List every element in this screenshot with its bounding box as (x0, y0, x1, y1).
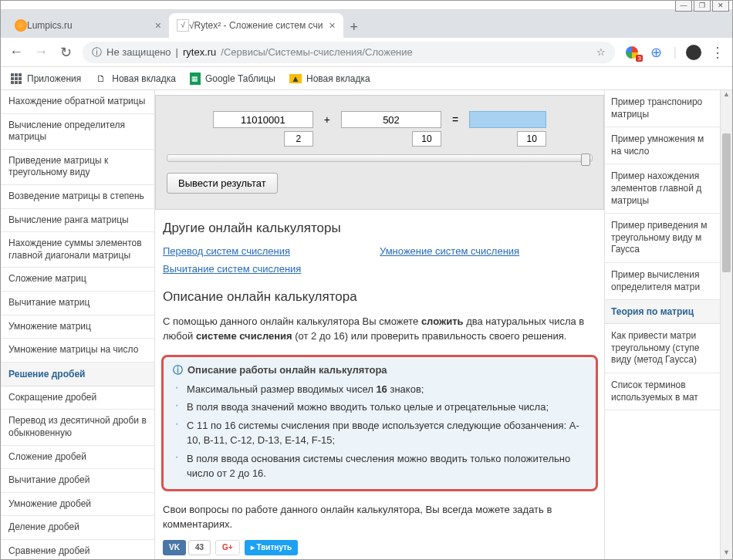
window-maximize[interactable]: ❐ (694, 0, 711, 12)
sidebar-item[interactable]: Сложение матриц (1, 268, 154, 292)
vk-count: 43 (188, 540, 211, 555)
operand2-input[interactable] (341, 111, 441, 128)
sidebar-item[interactable]: Нахождение обратной матрицы (1, 90, 154, 114)
bookmark-star-icon[interactable]: ☆ (596, 46, 606, 58)
sidebar-heading: Теория по матриц (605, 300, 720, 324)
info-icon: ⓘ (92, 46, 102, 59)
image-icon: ▲ (289, 74, 302, 83)
sidebar-item[interactable]: Список терминов используемых в мат (605, 373, 720, 410)
bookmark-item[interactable]: 🗋 Новая вкладка (95, 73, 176, 85)
toolbar: ← → ↻ ⓘ Не защищено | rytex.ru/Сервисы/С… (1, 38, 732, 67)
callout-box: Описание работы онлайн калькулятора Макс… (161, 355, 598, 491)
sidebar-heading: Решение дробей (1, 363, 154, 386)
apps-button[interactable]: Приложения (10, 73, 81, 85)
left-sidebar: Нахождение обратной матрицы Вычисление о… (1, 90, 155, 560)
bookmark-label: Приложения (27, 73, 81, 84)
bookmarks-bar: Приложения 🗋 Новая вкладка ▦ Google Табл… (1, 67, 732, 90)
operator-label: + (321, 113, 333, 126)
main-content: + = Вывести результат Другие онлайн каль… (155, 90, 604, 560)
scroll-down-icon[interactable]: ▼ (721, 548, 732, 560)
callout-title: Описание работы онлайн калькулятора (173, 363, 586, 380)
base1-input[interactable] (284, 131, 313, 147)
sidebar-item[interactable]: Сложение дробей (1, 446, 154, 470)
address-bar[interactable]: ⓘ Не защищено | rytex.ru/Сервисы/Системы… (83, 42, 615, 63)
forward-button[interactable]: → (33, 44, 49, 60)
close-icon[interactable]: × (149, 19, 161, 32)
bookmark-label: Новая вкладка (112, 73, 176, 84)
scroll-up-icon[interactable]: ▲ (721, 90, 732, 103)
questions-text: Свои вопросы по работе данного онлайн ка… (155, 499, 604, 535)
precision-slider[interactable] (167, 154, 593, 162)
calculator-panel: + = Вывести результат (155, 95, 604, 210)
extension-icon[interactable] (624, 45, 640, 60)
description-text: С помощью данного онлайн калькулятора Вы… (155, 311, 604, 347)
sidebar-item[interactable]: Умножение матрицы на число (1, 339, 154, 363)
sidebar-item[interactable]: Пример приведения м треугольному виду м … (605, 214, 720, 263)
sidebar-item[interactable]: Нахождение суммы элементов главной диаго… (1, 232, 154, 268)
right-sidebar: Пример транспониро матрицы Пример умноже… (604, 90, 720, 560)
callout-item: В поля ввода значений можно вводить толь… (187, 398, 586, 417)
operand1-input[interactable] (213, 111, 313, 128)
close-icon[interactable]: × (323, 19, 335, 32)
base2-input[interactable] (412, 131, 441, 147)
reload-button[interactable]: ↻ (58, 44, 73, 61)
globe-icon[interactable]: ⊕ (649, 45, 664, 60)
link-multiply[interactable]: Умножение систем счисления (380, 245, 519, 257)
sidebar-item[interactable]: Вычитание дробей (1, 469, 154, 493)
scroll-thumb[interactable] (722, 133, 731, 272)
callout-item: Максимальный размер вводимых чисел 16 зн… (187, 380, 586, 399)
sidebar-item[interactable]: Перевод из десятичной дроби в обыкновенн… (1, 410, 154, 445)
sidebar-item[interactable]: Пример умножения м на число (605, 127, 720, 164)
window-close[interactable]: ✕ (712, 0, 729, 12)
sidebar-item[interactable]: Пример вычисления определителя матри (605, 263, 720, 300)
vertical-scrollbar[interactable]: ▲ ▼ (720, 90, 732, 560)
new-tab-button[interactable]: + (343, 16, 365, 38)
favicon-icon (15, 19, 27, 32)
sidebar-item[interactable]: Сокращение дробей (1, 386, 154, 410)
sheets-icon: ▦ (190, 73, 201, 85)
window-minimize[interactable]: — (675, 0, 692, 12)
calculate-button[interactable]: Вывести результат (167, 173, 278, 194)
tab-rytex[interactable]: √ √Rytex² - Сложение систем счи × (169, 13, 343, 38)
callout-item: С 11 по 16 системы счисления при вводе и… (187, 417, 586, 450)
bookmark-item[interactable]: ▲ Новая вкладка (289, 73, 370, 84)
separator: | (176, 46, 178, 58)
section-heading-desc: Описание онлайн калькулятора (163, 289, 596, 305)
sidebar-item[interactable]: Сравнение дробей (1, 540, 154, 560)
menu-button[interactable]: ⋮ (711, 44, 725, 61)
url-domain: rytex.ru (183, 46, 216, 58)
link-subtract[interactable]: Вычитание систем счисления (163, 263, 301, 275)
bookmark-item[interactable]: ▦ Google Таблицы (190, 73, 275, 85)
sidebar-item[interactable]: Возведение матрицы в степень (1, 185, 154, 209)
sidebar-item[interactable]: Умножение дробей (1, 493, 154, 517)
favicon-icon: √ (177, 19, 189, 32)
tab-title: √Rytex² - Сложение систем счи (189, 20, 323, 31)
back-button[interactable]: ← (8, 44, 24, 60)
gplus-share-button[interactable]: G+ (215, 540, 240, 555)
sidebar-item[interactable]: Вычисление ранга матрицы (1, 209, 154, 233)
social-buttons: VK 43 G+ ▸ Твитнуть (155, 535, 604, 560)
tab-title: Lumpics.ru (27, 20, 73, 31)
profile-avatar[interactable] (686, 45, 701, 60)
callout-item: В поля ввода основания системы счесления… (187, 450, 586, 483)
tab-lumpics[interactable]: Lumpics.ru × (7, 13, 169, 38)
sidebar-item[interactable]: Как привести матри треугольному (ступе в… (605, 324, 720, 373)
base-out-input[interactable] (517, 131, 546, 147)
result-field (469, 111, 546, 128)
sidebar-item[interactable]: Пример нахождения элементов главной д ма… (605, 164, 720, 214)
twitter-share-button[interactable]: ▸ Твитнуть (245, 540, 298, 555)
doc-icon: 🗋 (95, 73, 107, 85)
sidebar-item[interactable]: Вычитание матриц (1, 292, 154, 315)
equals-label: = (449, 113, 461, 126)
sidebar-item[interactable]: Умножение матриц (1, 315, 154, 339)
bookmark-label: Google Таблицы (205, 73, 275, 84)
sidebar-item[interactable]: Деление дробей (1, 516, 154, 540)
sidebar-item[interactable]: Пример транспониро матрицы (605, 90, 720, 127)
url-path: /Сервисы/Системы-счисления/Сложение (221, 46, 412, 58)
sidebar-item[interactable]: Приведение матрицы к треугольному виду (1, 150, 154, 185)
bookmark-label: Новая вкладка (306, 73, 370, 84)
link-convert[interactable]: Перевод систем счисления (163, 245, 290, 257)
section-heading-other: Другие онлайн калькуляторы (163, 221, 596, 236)
sidebar-item[interactable]: Вычисление определителя матрицы (1, 114, 154, 150)
vk-share-button[interactable]: VK (163, 540, 186, 555)
